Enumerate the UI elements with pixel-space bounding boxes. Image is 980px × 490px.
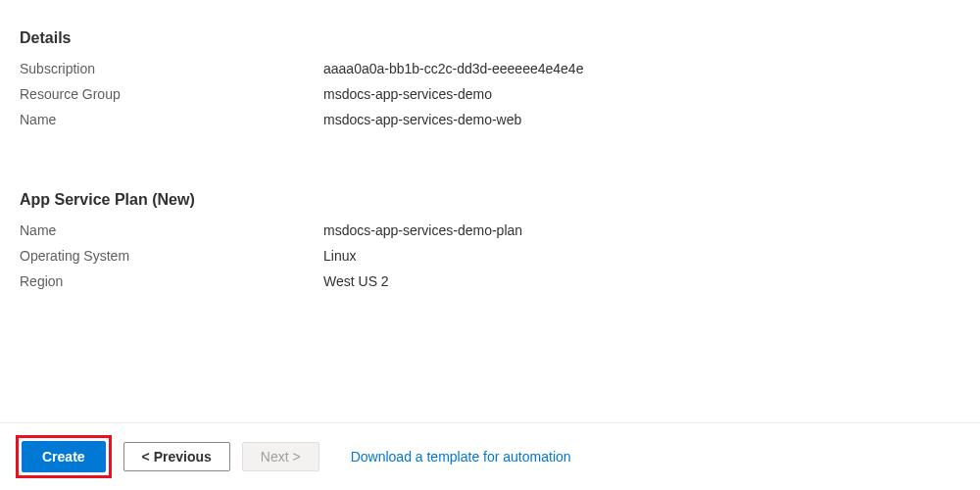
footer-bar: Create < Previous Next > Download a temp… bbox=[0, 422, 980, 490]
app-service-plan-section: App Service Plan (New) Name msdocs-app-s… bbox=[20, 191, 960, 289]
create-button[interactable]: Create bbox=[22, 441, 106, 472]
name-value: msdocs-app-services-demo-web bbox=[323, 112, 521, 127]
details-heading: Details bbox=[20, 29, 960, 47]
resource-group-value: msdocs-app-services-demo bbox=[323, 86, 492, 102]
next-button[interactable]: Next > bbox=[242, 442, 319, 471]
field-row-region: Region West US 2 bbox=[20, 273, 960, 289]
resource-group-label: Resource Group bbox=[20, 86, 323, 102]
subscription-value: aaaa0a0a-bb1b-cc2c-dd3d-eeeeee4e4e4e bbox=[323, 61, 583, 76]
subscription-label: Subscription bbox=[20, 61, 323, 76]
field-row-plan-name: Name msdocs-app-services-demo-plan bbox=[20, 222, 960, 238]
plan-name-value: msdocs-app-services-demo-plan bbox=[323, 222, 522, 238]
details-section: Details Subscription aaaa0a0a-bb1b-cc2c-… bbox=[20, 29, 960, 127]
field-row-name: Name msdocs-app-services-demo-web bbox=[20, 112, 960, 127]
region-value: West US 2 bbox=[323, 273, 389, 289]
name-label: Name bbox=[20, 112, 323, 127]
region-label: Region bbox=[20, 273, 323, 289]
previous-button[interactable]: < Previous bbox=[123, 442, 230, 471]
os-value: Linux bbox=[323, 248, 356, 264]
plan-name-label: Name bbox=[20, 222, 323, 238]
app-service-plan-heading: App Service Plan (New) bbox=[20, 191, 960, 209]
create-highlight: Create bbox=[16, 435, 112, 478]
field-row-resource-group: Resource Group msdocs-app-services-demo bbox=[20, 86, 960, 102]
os-label: Operating System bbox=[20, 248, 323, 264]
download-template-link[interactable]: Download a template for automation bbox=[351, 449, 571, 465]
field-row-subscription: Subscription aaaa0a0a-bb1b-cc2c-dd3d-eee… bbox=[20, 61, 960, 76]
field-row-os: Operating System Linux bbox=[20, 248, 960, 264]
